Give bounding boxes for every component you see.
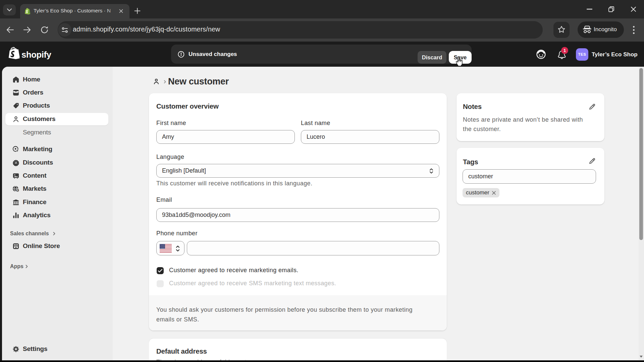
svg-text:$: $ bbox=[17, 189, 18, 192]
